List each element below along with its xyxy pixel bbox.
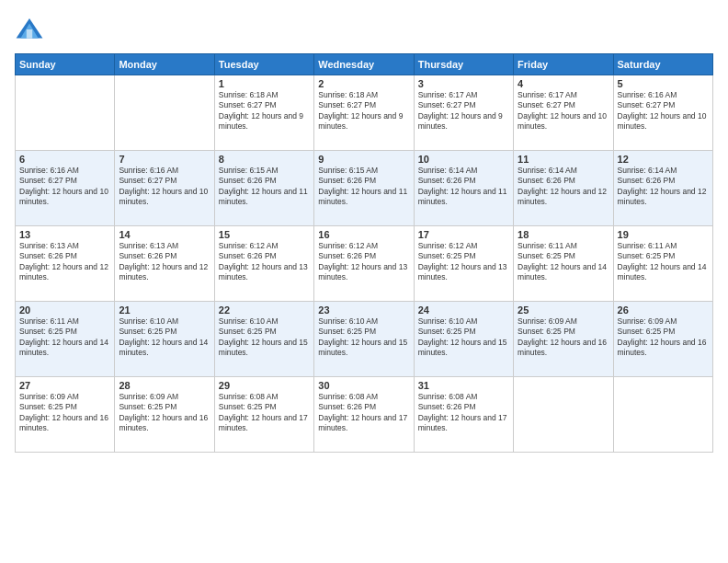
day-info: Sunrise: 6:16 AM Sunset: 6:27 PM Dayligh… <box>19 166 110 208</box>
day-cell: 8Sunrise: 6:15 AM Sunset: 6:26 PM Daylig… <box>214 151 313 226</box>
day-info: Sunrise: 6:09 AM Sunset: 6:25 PM Dayligh… <box>518 316 609 359</box>
day-info: Sunrise: 6:11 AM Sunset: 6:25 PM Dayligh… <box>19 316 110 359</box>
header <box>15 15 713 44</box>
day-cell: 14Sunrise: 6:13 AM Sunset: 6:26 PM Dayli… <box>115 226 214 302</box>
day-info: Sunrise: 6:10 AM Sunset: 6:25 PM Dayligh… <box>219 316 310 359</box>
day-cell: 17Sunrise: 6:12 AM Sunset: 6:25 PM Dayli… <box>414 226 513 302</box>
day-number: 21 <box>119 304 210 316</box>
day-number: 15 <box>219 229 310 240</box>
day-cell: 9Sunrise: 6:15 AM Sunset: 6:26 PM Daylig… <box>314 151 414 226</box>
day-number: 7 <box>119 154 210 165</box>
day-info: Sunrise: 6:08 AM Sunset: 6:25 PM Dayligh… <box>219 392 310 434</box>
day-cell: 26Sunrise: 6:09 AM Sunset: 6:25 PM Dayli… <box>613 302 712 377</box>
day-number: 3 <box>418 78 509 89</box>
day-cell: 5Sunrise: 6:16 AM Sunset: 6:27 PM Daylig… <box>613 75 712 151</box>
week-row-2: 6Sunrise: 6:16 AM Sunset: 6:27 PM Daylig… <box>16 151 713 226</box>
day-info: Sunrise: 6:09 AM Sunset: 6:25 PM Dayligh… <box>618 316 709 359</box>
day-header-saturday: Saturday <box>613 54 712 75</box>
day-number: 5 <box>618 78 709 89</box>
day-number: 10 <box>418 154 509 165</box>
day-number: 14 <box>119 229 210 240</box>
day-info: Sunrise: 6:14 AM Sunset: 6:26 PM Dayligh… <box>418 166 509 208</box>
day-info: Sunrise: 6:10 AM Sunset: 6:25 PM Dayligh… <box>318 316 409 359</box>
day-info: Sunrise: 6:15 AM Sunset: 6:26 PM Dayligh… <box>219 166 310 208</box>
day-number: 23 <box>318 304 409 316</box>
day-cell: 6Sunrise: 6:16 AM Sunset: 6:27 PM Daylig… <box>16 151 115 226</box>
day-cell: 25Sunrise: 6:09 AM Sunset: 6:25 PM Dayli… <box>514 302 613 377</box>
day-cell <box>16 75 115 151</box>
day-number: 17 <box>418 229 509 240</box>
day-cell: 30Sunrise: 6:08 AM Sunset: 6:26 PM Dayli… <box>314 377 414 453</box>
day-cell: 19Sunrise: 6:11 AM Sunset: 6:25 PM Dayli… <box>613 226 712 302</box>
day-cell: 18Sunrise: 6:11 AM Sunset: 6:25 PM Dayli… <box>514 226 613 302</box>
day-cell: 29Sunrise: 6:08 AM Sunset: 6:25 PM Dayli… <box>214 377 313 453</box>
day-number: 13 <box>19 229 110 240</box>
day-header-tuesday: Tuesday <box>214 54 313 75</box>
week-row-5: 27Sunrise: 6:09 AM Sunset: 6:25 PM Dayli… <box>16 377 713 453</box>
day-cell: 10Sunrise: 6:14 AM Sunset: 6:26 PM Dayli… <box>414 151 513 226</box>
week-row-3: 13Sunrise: 6:13 AM Sunset: 6:26 PM Dayli… <box>16 226 713 302</box>
day-info: Sunrise: 6:09 AM Sunset: 6:25 PM Dayligh… <box>19 392 110 434</box>
day-info: Sunrise: 6:12 AM Sunset: 6:26 PM Dayligh… <box>219 241 310 283</box>
day-number: 27 <box>19 380 110 391</box>
day-number: 30 <box>318 380 409 391</box>
day-cell: 16Sunrise: 6:12 AM Sunset: 6:26 PM Dayli… <box>314 226 414 302</box>
day-info: Sunrise: 6:16 AM Sunset: 6:27 PM Dayligh… <box>119 166 210 208</box>
day-cell <box>514 377 613 453</box>
day-cell: 11Sunrise: 6:14 AM Sunset: 6:26 PM Dayli… <box>514 151 613 226</box>
day-number: 1 <box>219 78 310 89</box>
day-cell: 20Sunrise: 6:11 AM Sunset: 6:25 PM Dayli… <box>16 302 115 377</box>
week-row-4: 20Sunrise: 6:11 AM Sunset: 6:25 PM Dayli… <box>16 302 713 377</box>
day-info: Sunrise: 6:12 AM Sunset: 6:25 PM Dayligh… <box>418 241 509 283</box>
day-cell: 24Sunrise: 6:10 AM Sunset: 6:25 PM Dayli… <box>414 302 513 377</box>
day-cell <box>115 75 214 151</box>
day-header-sunday: Sunday <box>16 54 115 75</box>
day-cell <box>613 377 712 453</box>
day-info: Sunrise: 6:08 AM Sunset: 6:26 PM Dayligh… <box>318 392 409 434</box>
day-cell: 3Sunrise: 6:17 AM Sunset: 6:27 PM Daylig… <box>414 75 513 151</box>
day-number: 19 <box>618 229 709 240</box>
day-info: Sunrise: 6:10 AM Sunset: 6:25 PM Dayligh… <box>418 316 509 359</box>
day-number: 8 <box>219 154 310 165</box>
day-cell: 27Sunrise: 6:09 AM Sunset: 6:25 PM Dayli… <box>16 377 115 453</box>
calendar: SundayMondayTuesdayWednesdayThursdayFrid… <box>15 53 713 453</box>
day-info: Sunrise: 6:13 AM Sunset: 6:26 PM Dayligh… <box>119 241 210 283</box>
day-cell: 31Sunrise: 6:08 AM Sunset: 6:26 PM Dayli… <box>414 377 513 453</box>
day-number: 22 <box>219 304 310 316</box>
day-info: Sunrise: 6:14 AM Sunset: 6:26 PM Dayligh… <box>518 166 609 208</box>
day-info: Sunrise: 6:11 AM Sunset: 6:25 PM Dayligh… <box>618 241 709 283</box>
day-number: 29 <box>219 380 310 391</box>
day-info: Sunrise: 6:11 AM Sunset: 6:25 PM Dayligh… <box>518 241 609 283</box>
day-cell: 21Sunrise: 6:10 AM Sunset: 6:25 PM Dayli… <box>115 302 214 377</box>
day-info: Sunrise: 6:14 AM Sunset: 6:26 PM Dayligh… <box>618 166 709 208</box>
day-number: 31 <box>418 380 509 391</box>
day-cell: 28Sunrise: 6:09 AM Sunset: 6:25 PM Dayli… <box>115 377 214 453</box>
day-number: 28 <box>119 380 210 391</box>
day-cell: 12Sunrise: 6:14 AM Sunset: 6:26 PM Dayli… <box>613 151 712 226</box>
day-info: Sunrise: 6:18 AM Sunset: 6:27 PM Dayligh… <box>318 90 409 132</box>
page: SundayMondayTuesdayWednesdayThursdayFrid… <box>0 0 728 563</box>
day-info: Sunrise: 6:17 AM Sunset: 6:27 PM Dayligh… <box>418 90 509 132</box>
day-number: 16 <box>318 229 409 240</box>
day-cell: 2Sunrise: 6:18 AM Sunset: 6:27 PM Daylig… <box>314 75 414 151</box>
day-number: 25 <box>518 304 609 316</box>
day-info: Sunrise: 6:09 AM Sunset: 6:25 PM Dayligh… <box>119 392 210 434</box>
day-number: 6 <box>19 154 110 165</box>
day-number: 12 <box>618 154 709 165</box>
day-number: 2 <box>318 78 409 89</box>
day-number: 20 <box>19 304 110 316</box>
day-cell: 7Sunrise: 6:16 AM Sunset: 6:27 PM Daylig… <box>115 151 214 226</box>
day-cell: 22Sunrise: 6:10 AM Sunset: 6:25 PM Dayli… <box>214 302 313 377</box>
day-info: Sunrise: 6:10 AM Sunset: 6:25 PM Dayligh… <box>119 316 210 359</box>
day-number: 24 <box>418 304 509 316</box>
svg-rect-2 <box>27 29 32 39</box>
day-number: 9 <box>318 154 409 165</box>
day-info: Sunrise: 6:12 AM Sunset: 6:26 PM Dayligh… <box>318 241 409 283</box>
day-cell: 15Sunrise: 6:12 AM Sunset: 6:26 PM Dayli… <box>214 226 313 302</box>
day-info: Sunrise: 6:15 AM Sunset: 6:26 PM Dayligh… <box>318 166 409 208</box>
day-cell: 1Sunrise: 6:18 AM Sunset: 6:27 PM Daylig… <box>214 75 313 151</box>
day-info: Sunrise: 6:13 AM Sunset: 6:26 PM Dayligh… <box>19 241 110 283</box>
day-cell: 13Sunrise: 6:13 AM Sunset: 6:26 PM Dayli… <box>16 226 115 302</box>
day-info: Sunrise: 6:18 AM Sunset: 6:27 PM Dayligh… <box>219 90 310 132</box>
logo <box>15 15 48 44</box>
